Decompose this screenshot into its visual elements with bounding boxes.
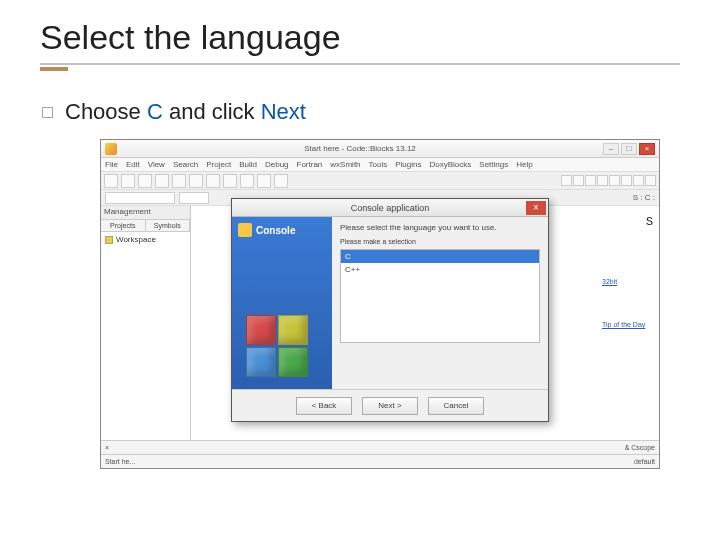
- toolbar-icon[interactable]: [240, 174, 254, 188]
- cube-blue: [246, 347, 276, 377]
- cube-green: [278, 347, 308, 377]
- link-tip-of-day[interactable]: Tip of the Day: [602, 321, 653, 328]
- toolbar-icon[interactable]: [138, 174, 152, 188]
- bullet-text: Choose C and click Next: [65, 99, 306, 125]
- bullet-marker: [42, 107, 53, 118]
- menu-item[interactable]: Edit: [126, 160, 140, 169]
- toolbar-icon[interactable]: [573, 175, 584, 186]
- menu-item[interactable]: Build: [239, 160, 257, 169]
- minimize-button[interactable]: –: [603, 143, 619, 155]
- maximize-button[interactable]: □: [621, 143, 637, 155]
- toolbar-icon[interactable]: [121, 174, 135, 188]
- menubar: File Edit View Search Project Build Debu…: [101, 158, 659, 172]
- toolbar-icon[interactable]: [274, 174, 288, 188]
- screenshot-frame: Start here - Code::Blocks 13.12 – □ × Fi…: [100, 139, 660, 469]
- rule-accent: [40, 67, 68, 71]
- toolbar-icon[interactable]: [561, 175, 572, 186]
- wizard-dialog: Console application × Console Please sel…: [231, 198, 549, 422]
- window-buttons: – □ ×: [603, 143, 655, 155]
- workspace-label: Workspace: [116, 235, 156, 244]
- toolbar-icon[interactable]: [223, 174, 237, 188]
- dialog-close-button[interactable]: ×: [526, 201, 546, 215]
- bottom-panel-tabs: × & Cscope: [101, 440, 659, 454]
- link-32bit[interactable]: 32bit: [602, 278, 653, 285]
- toolbar-icon[interactable]: [621, 175, 632, 186]
- bullet-pre: Choose: [65, 99, 147, 124]
- cubes-graphic: [246, 315, 316, 381]
- menu-item[interactable]: wxSmith: [330, 160, 360, 169]
- dialog-button-row: < Back Next > Cancel: [232, 389, 548, 421]
- app-icon: [105, 143, 117, 155]
- rule-top: [40, 63, 680, 65]
- dialog-prompt: Please select the language you want to u…: [340, 223, 540, 232]
- menu-item[interactable]: Settings: [479, 160, 508, 169]
- app-title: Start here - Code::Blocks 13.12: [123, 144, 597, 153]
- menu-item[interactable]: Search: [173, 160, 198, 169]
- dialog-titlebar: Console application ×: [232, 199, 548, 217]
- sidebar: Management Projects Symbols Workspace: [101, 206, 191, 442]
- language-option-c[interactable]: C: [341, 250, 539, 263]
- cube-yellow: [278, 315, 308, 345]
- toolbar-text: S : C :: [633, 193, 655, 202]
- sidebar-tab-projects[interactable]: Projects: [101, 220, 146, 231]
- fragment-letter: s: [646, 212, 653, 228]
- toolbar-icon[interactable]: [645, 175, 656, 186]
- toolbar-dropdown[interactable]: [105, 192, 175, 204]
- bullet-row: Choose C and click Next: [42, 99, 680, 125]
- status-right: default: [634, 458, 655, 465]
- status-left: Start he...: [105, 458, 135, 465]
- bullet-em1: C: [147, 99, 163, 124]
- start-page-fragment: s 32bit Tip of the Day: [602, 212, 653, 328]
- sidebar-tab-symbols[interactable]: Symbols: [146, 220, 191, 231]
- workspace-node[interactable]: Workspace: [101, 232, 190, 247]
- toolbar-dropdown[interactable]: [179, 192, 209, 204]
- dialog-side-label: Console: [256, 225, 295, 236]
- toolbar-icon[interactable]: [257, 174, 271, 188]
- panel-tab[interactable]: ×: [105, 444, 109, 451]
- toolbar-icon[interactable]: [597, 175, 608, 186]
- bullet-mid: and click: [163, 99, 261, 124]
- menu-item[interactable]: Project: [206, 160, 231, 169]
- panel-tab-cscope[interactable]: & Cscope: [625, 444, 655, 451]
- language-list[interactable]: C C++: [340, 249, 540, 343]
- slide-title: Select the language: [40, 18, 680, 57]
- dialog-title: Console application: [236, 203, 544, 213]
- language-option-cpp[interactable]: C++: [341, 263, 539, 276]
- toolbar-icon[interactable]: [633, 175, 644, 186]
- dialog-side-banner: Console: [232, 217, 332, 389]
- toolbar-1: [101, 172, 659, 190]
- cancel-button[interactable]: Cancel: [428, 397, 484, 415]
- folder-icon: [105, 236, 113, 244]
- menu-item[interactable]: DoxyBlocks: [430, 160, 472, 169]
- menu-item[interactable]: Debug: [265, 160, 289, 169]
- menu-item[interactable]: Plugins: [395, 160, 421, 169]
- console-icon: [238, 223, 252, 237]
- statusbar: Start he... default: [101, 454, 659, 468]
- dialog-subprompt: Please make a selection: [340, 238, 540, 245]
- toolbar-icon[interactable]: [155, 174, 169, 188]
- menu-item[interactable]: View: [148, 160, 165, 169]
- bullet-em2: Next: [261, 99, 306, 124]
- menu-item[interactable]: Fortran: [297, 160, 323, 169]
- back-button[interactable]: < Back: [296, 397, 352, 415]
- toolbar-icon[interactable]: [172, 174, 186, 188]
- app-titlebar: Start here - Code::Blocks 13.12 – □ ×: [101, 140, 659, 158]
- dialog-main: Please select the language you want to u…: [332, 217, 548, 389]
- sidebar-header: Management: [101, 206, 190, 220]
- menu-item[interactable]: Help: [516, 160, 532, 169]
- next-button[interactable]: Next >: [362, 397, 418, 415]
- toolbar-icon[interactable]: [585, 175, 596, 186]
- menu-item[interactable]: File: [105, 160, 118, 169]
- toolbar-icon[interactable]: [104, 174, 118, 188]
- menu-item[interactable]: Tools: [369, 160, 388, 169]
- toolbar-icon[interactable]: [609, 175, 620, 186]
- toolbar-icon[interactable]: [206, 174, 220, 188]
- cube-red: [246, 315, 276, 345]
- toolbar-icon[interactable]: [189, 174, 203, 188]
- close-button[interactable]: ×: [639, 143, 655, 155]
